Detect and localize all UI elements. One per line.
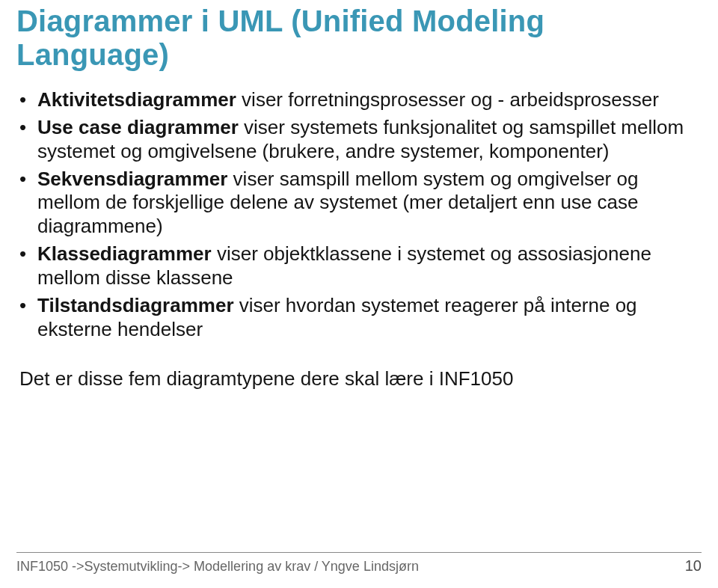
list-item: Klassediagrammer viser objektklassene i … [37,242,702,290]
term: Klassediagrammer [37,242,212,265]
term: Use case diagrammer [37,116,239,138]
list-item: Tilstandsdiagrammer viser hvordan system… [37,294,702,342]
slide-title: Diagrammer i UML (Unified Modeling Langu… [16,4,702,72]
rest: viser forretningsprosesser og - arbeidsp… [236,88,659,111]
bullet-list: Aktivitetsdiagrammer viser forretningspr… [16,88,702,343]
footer-row: INF1050 ->Systemutvikling-> Modellering … [16,557,702,575]
footer: INF1050 ->Systemutvikling-> Modellering … [0,552,718,575]
list-item: Aktivitetsdiagrammer viser forretningspr… [37,88,702,112]
slide: Diagrammer i UML (Unified Modeling Langu… [0,0,718,588]
list-item: Sekvensdiagrammer viser samspill mellom … [37,168,702,239]
closing-text: Det er disse fem diagramtypene dere skal… [16,367,702,391]
footer-divider [16,552,702,553]
footer-left: INF1050 ->Systemutvikling-> Modellering … [16,559,419,575]
list-item: Use case diagrammer viser systemets funk… [37,116,702,164]
term: Aktivitetsdiagrammer [37,88,236,111]
page-number: 10 [685,557,702,575]
term: Tilstandsdiagrammer [37,294,234,316]
term: Sekvensdiagrammer [37,168,227,190]
